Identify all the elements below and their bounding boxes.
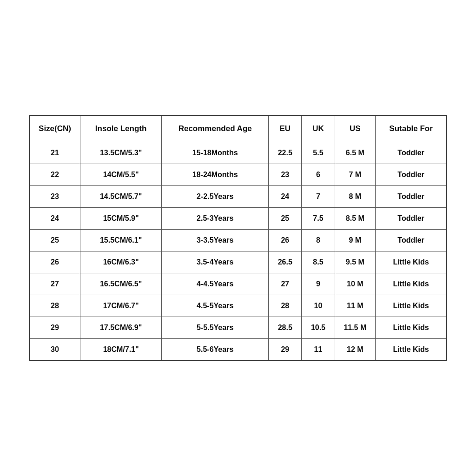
cell-uk: 11	[302, 339, 335, 361]
cell-size: 27	[29, 273, 80, 295]
cell-size: 28	[29, 295, 80, 317]
cell-us: 11.5 M	[335, 317, 376, 339]
size-chart-table: Size(CN) Insole Length Recommended Age E…	[29, 115, 447, 361]
cell-age: 3-3.5Years	[162, 230, 269, 251]
cell-insole: 16.5CM/6.5"	[80, 273, 162, 295]
cell-insole: 16CM/6.3"	[80, 251, 162, 273]
cell-eu: 23	[269, 164, 302, 186]
cell-eu: 22.5	[269, 142, 302, 164]
cell-insole: 14.5CM/5.7"	[80, 186, 162, 208]
cell-size: 29	[29, 317, 80, 339]
cell-us: 10 M	[335, 273, 376, 295]
cell-uk: 6	[302, 164, 335, 186]
cell-suitable: Little Kids	[376, 273, 447, 295]
cell-us: 11 M	[335, 295, 376, 317]
cell-age: 3.5-4Years	[162, 251, 269, 273]
cell-insole: 17CM/6.7"	[80, 295, 162, 317]
table-row: 2817CM/6.7"4.5-5Years281011 MLittle Kids	[29, 295, 447, 317]
cell-us: 6.5 M	[335, 142, 376, 164]
cell-age: 18-24Months	[162, 164, 269, 186]
cell-age: 15-18Months	[162, 142, 269, 164]
cell-us: 7 M	[335, 164, 376, 186]
cell-insole: 17.5CM/6.9"	[80, 317, 162, 339]
table-header-row: Size(CN) Insole Length Recommended Age E…	[29, 115, 447, 142]
table-row: 2515.5CM/6.1"3-3.5Years2689 MToddler	[29, 230, 447, 251]
cell-uk: 7.5	[302, 208, 335, 230]
table-row: 3018CM/7.1"5.5-6Years291112 MLittle Kids	[29, 339, 447, 361]
header-suitable-for: Sutable For	[376, 115, 447, 142]
cell-size: 22	[29, 164, 80, 186]
cell-eu: 28	[269, 295, 302, 317]
cell-uk: 5.5	[302, 142, 335, 164]
header-size-cn: Size(CN)	[29, 115, 80, 142]
cell-insole: 18CM/7.1"	[80, 339, 162, 361]
cell-eu: 28.5	[269, 317, 302, 339]
cell-eu: 26.5	[269, 251, 302, 273]
cell-age: 2.5-3Years	[162, 208, 269, 230]
header-us: US	[335, 115, 376, 142]
cell-eu: 25	[269, 208, 302, 230]
cell-suitable: Little Kids	[376, 251, 447, 273]
cell-us: 9 M	[335, 230, 376, 251]
cell-insole: 15CM/5.9"	[80, 208, 162, 230]
cell-suitable: Toddler	[376, 208, 447, 230]
header-insole-length: Insole Length	[80, 115, 162, 142]
cell-eu: 26	[269, 230, 302, 251]
header-recommended-age: Recommended Age	[162, 115, 269, 142]
cell-uk: 10	[302, 295, 335, 317]
cell-suitable: Toddler	[376, 164, 447, 186]
table-row: 2616CM/6.3"3.5-4Years26.58.59.5 MLittle …	[29, 251, 447, 273]
cell-suitable: Toddler	[376, 186, 447, 208]
cell-insole: 14CM/5.5"	[80, 164, 162, 186]
cell-size: 30	[29, 339, 80, 361]
cell-insole: 15.5CM/6.1"	[80, 230, 162, 251]
cell-suitable: Toddler	[376, 142, 447, 164]
cell-age: 5.5-6Years	[162, 339, 269, 361]
cell-us: 8 M	[335, 186, 376, 208]
table-row: 2214CM/5.5"18-24Months2367 MToddler	[29, 164, 447, 186]
cell-size: 24	[29, 208, 80, 230]
cell-uk: 9	[302, 273, 335, 295]
table-row: 2917.5CM/6.9"5-5.5Years28.510.511.5 MLit…	[29, 317, 447, 339]
cell-uk: 7	[302, 186, 335, 208]
cell-age: 4.5-5Years	[162, 295, 269, 317]
cell-suitable: Little Kids	[376, 339, 447, 361]
cell-size: 25	[29, 230, 80, 251]
cell-uk: 8	[302, 230, 335, 251]
cell-suitable: Toddler	[376, 230, 447, 251]
table-body: 2113.5CM/5.3"15-18Months22.55.56.5 MTodd…	[29, 142, 447, 361]
cell-age: 2-2.5Years	[162, 186, 269, 208]
cell-us: 9.5 M	[335, 251, 376, 273]
cell-suitable: Little Kids	[376, 295, 447, 317]
header-eu: EU	[269, 115, 302, 142]
cell-uk: 8.5	[302, 251, 335, 273]
cell-uk: 10.5	[302, 317, 335, 339]
cell-size: 23	[29, 186, 80, 208]
table-row: 2415CM/5.9"2.5-3Years257.58.5 MToddler	[29, 208, 447, 230]
size-chart-container: Size(CN) Insole Length Recommended Age E…	[29, 115, 447, 361]
cell-eu: 24	[269, 186, 302, 208]
cell-size: 26	[29, 251, 80, 273]
cell-suitable: Little Kids	[376, 317, 447, 339]
cell-us: 8.5 M	[335, 208, 376, 230]
cell-insole: 13.5CM/5.3"	[80, 142, 162, 164]
cell-us: 12 M	[335, 339, 376, 361]
table-row: 2314.5CM/5.7"2-2.5Years2478 MToddler	[29, 186, 447, 208]
table-row: 2113.5CM/5.3"15-18Months22.55.56.5 MTodd…	[29, 142, 447, 164]
cell-age: 4-4.5Years	[162, 273, 269, 295]
header-uk: UK	[302, 115, 335, 142]
cell-age: 5-5.5Years	[162, 317, 269, 339]
table-row: 2716.5CM/6.5"4-4.5Years27910 MLittle Kid…	[29, 273, 447, 295]
cell-eu: 27	[269, 273, 302, 295]
cell-size: 21	[29, 142, 80, 164]
cell-eu: 29	[269, 339, 302, 361]
